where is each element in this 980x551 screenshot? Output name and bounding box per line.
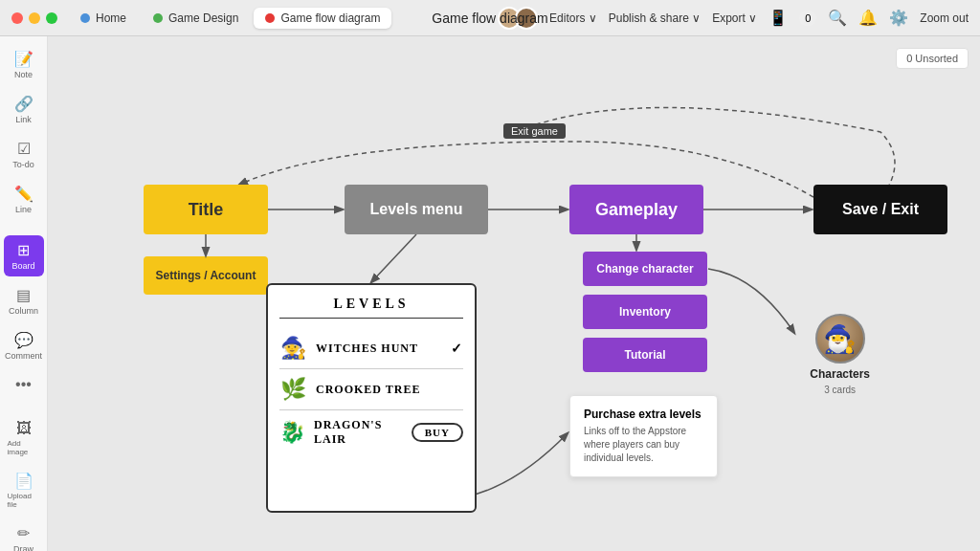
node-tutorial-label: Tutorial [624, 348, 665, 362]
sidebar-todo-label: To-do [12, 160, 34, 169]
level-item-3[interactable]: 🐉 DRAGON'S LAIR BUY [279, 410, 463, 454]
tooltip-box: Purchase extra levels Links off to the A… [569, 395, 718, 477]
level-item-2[interactable]: 🌿 CROOKED TREE [279, 369, 463, 410]
maximize-button[interactable] [46, 12, 57, 24]
tab-dot-game-flow [265, 13, 275, 23]
main-layout: 📝 Note 🔗 Link ☑ To-do ✏️ Line ⊞ Board ▤ … [0, 36, 980, 551]
node-levels-menu[interactable]: Levels menu [345, 185, 488, 234]
window-controls [11, 12, 57, 24]
canvas: 0 Unsorted [48, 36, 980, 551]
levels-card: LEVELS 🧙 WITCHES HUNT ✓ 🌿 CROOKED TREE 🐉… [266, 283, 477, 513]
node-save-exit[interactable]: Save / Exit [813, 185, 947, 234]
dragon-icon: 🐉 [279, 420, 306, 445]
sidebar-item-board[interactable]: ⊞ Board [4, 235, 44, 276]
sidebar-item-column[interactable]: ▤ Column [4, 280, 44, 321]
level-3-name: DRAGON'S LAIR [314, 418, 404, 447]
editors-button[interactable]: Editors ∨ [549, 11, 597, 25]
comment-icon: 💬 [14, 331, 33, 349]
sidebar-note-label: Note [14, 70, 33, 79]
tree-icon: 🌿 [279, 377, 308, 402]
close-button[interactable] [11, 12, 23, 24]
sidebar-item-todo[interactable]: ☑ To-do [4, 134, 44, 175]
node-settings[interactable]: Settings / Account [144, 256, 268, 295]
node-inventory-label: Inventory [619, 305, 671, 319]
level-1-name: WITCHES HUNT [316, 342, 418, 356]
tooltip-body: Links off to the Appstore where players … [584, 425, 703, 465]
publish-button[interactable]: Publish & share ∨ [609, 11, 701, 25]
topbar-right: Editors ∨ Publish & share ∨ Export ∨ 📱 0… [498, 7, 969, 30]
sidebar-line-label: Line [15, 205, 32, 214]
buy-button[interactable]: BUY [412, 423, 463, 442]
note-icon: 📝 [14, 50, 33, 68]
search-icon[interactable]: 🔍 [828, 9, 847, 27]
level-2-name: CROOKED TREE [316, 383, 420, 397]
node-settings-label: Settings / Account [156, 269, 256, 282]
node-inventory[interactable]: Inventory [583, 295, 707, 329]
sidebar-board-label: Board [11, 261, 34, 271]
addimage-icon: 🖼 [16, 420, 32, 437]
board-icon: ⊞ [17, 241, 30, 259]
sidebar-upload-label: Upload file [8, 492, 40, 509]
characters-count: 3 cards [824, 385, 856, 395]
sidebar-draw-label: Draw [13, 544, 33, 551]
sidebar-link-label: Link [15, 115, 32, 124]
line-icon: ✏️ [14, 185, 33, 203]
sidebar-column-label: Column [9, 306, 38, 316]
character-avatar: 🧙‍♂️ [815, 314, 865, 364]
sidebar-item-comment[interactable]: 💬 Comment [4, 325, 44, 366]
sidebar-item-more[interactable]: ••• [4, 370, 44, 399]
node-saveexit-label: Save / Exit [842, 201, 919, 218]
node-levels-label: Levels menu [370, 201, 463, 218]
upload-icon: 📄 [14, 472, 33, 490]
phone-badge: 0 [799, 11, 816, 26]
sidebar-item-note[interactable]: 📝 Note [4, 44, 44, 85]
minimize-button[interactable] [29, 12, 40, 24]
node-title-label: Title [189, 200, 224, 220]
tab-home-label: Home [96, 11, 126, 25]
witches-icon: 🧙 [279, 336, 308, 361]
node-change-character[interactable]: Change character [583, 252, 707, 286]
tab-game-design-label: Game Design [168, 11, 238, 25]
sidebar-item-upload[interactable]: 📄 Upload file [4, 466, 44, 515]
gear-icon[interactable]: ⚙️ [889, 9, 908, 27]
tab-home[interactable]: Home [69, 8, 138, 29]
node-tutorial[interactable]: Tutorial [583, 338, 707, 372]
sidebar-item-addimage[interactable]: 🖼 Add image [4, 414, 44, 462]
titlebar: Home Game Design Game flow diagram Game … [0, 0, 980, 36]
node-change-label: Change character [596, 262, 693, 276]
characters-card: 🧙‍♂️ Characters 3 cards [810, 314, 870, 395]
tab-dot-home [80, 13, 90, 23]
node-gameplay-label: Gameplay [595, 200, 678, 220]
todo-icon: ☑ [17, 140, 31, 158]
tab-game-design[interactable]: Game Design [142, 8, 250, 29]
tab-game-flow-label: Game flow diagram [280, 11, 380, 25]
tab-dot-game-design [153, 13, 163, 23]
sidebar-item-link[interactable]: 🔗 Link [4, 89, 44, 130]
tooltip-title: Purchase extra levels [584, 408, 703, 421]
sidebar-item-line[interactable]: ✏️ Line [4, 179, 44, 220]
node-gameplay[interactable]: Gameplay [569, 185, 703, 234]
characters-label: Characters [810, 367, 870, 381]
sidebar: 📝 Note 🔗 Link ☑ To-do ✏️ Line ⊞ Board ▤ … [0, 36, 48, 551]
page-title: Game flow diagram [432, 11, 547, 26]
exit-label: Exit game [503, 123, 566, 139]
bell-icon[interactable]: 🔔 [858, 9, 878, 27]
phone-icon: 📱 [768, 9, 788, 27]
node-title[interactable]: Title [144, 185, 268, 234]
export-button[interactable]: Export ∨ [712, 11, 757, 25]
more-icon: ••• [15, 376, 32, 393]
sidebar-comment-label: Comment [5, 351, 42, 361]
sidebar-addimage-label: Add image [8, 439, 40, 456]
levels-card-title: LEVELS [279, 297, 463, 319]
link-icon: 🔗 [14, 95, 33, 113]
svg-line-4 [371, 234, 416, 282]
draw-icon: ✏ [17, 524, 30, 542]
column-icon: ▤ [16, 286, 31, 304]
level-item-1[interactable]: 🧙 WITCHES HUNT ✓ [279, 328, 463, 369]
check-icon: ✓ [451, 341, 463, 357]
unsorted-badge: 0 Unsorted [896, 48, 969, 69]
tab-game-flow[interactable]: Game flow diagram [254, 8, 391, 29]
zoomout-button[interactable]: Zoom out [920, 11, 969, 25]
sidebar-item-draw[interactable]: ✏ Draw [4, 518, 44, 551]
